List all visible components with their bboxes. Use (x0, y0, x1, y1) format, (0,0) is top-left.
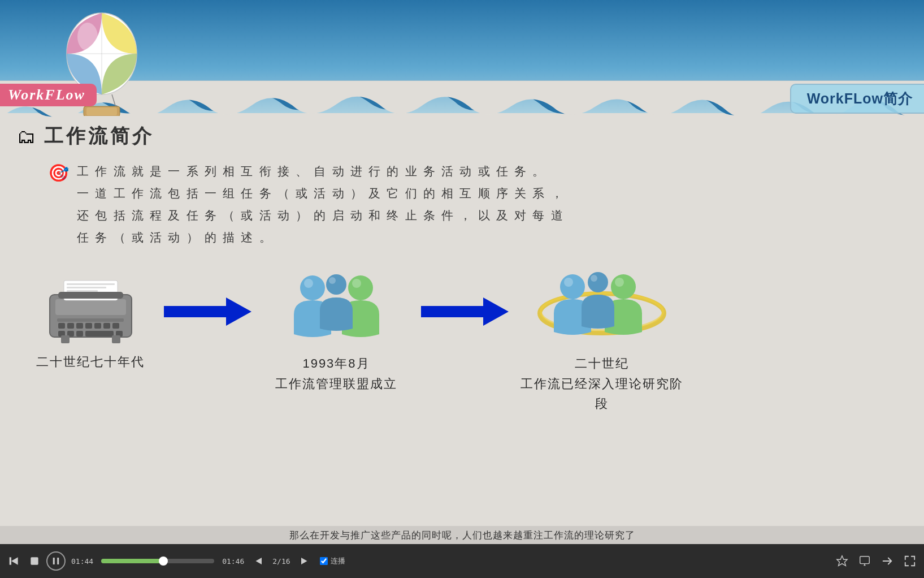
pause-button[interactable] (46, 551, 66, 571)
subtitle-text: 那么在开发与推广这些产品的同时呢，人们也越来越重注工作流的理论研究了 (289, 529, 635, 542)
svg-point-38 (560, 274, 585, 299)
svg-rect-11 (67, 290, 98, 292)
svg-marker-49 (256, 558, 262, 564)
svg-rect-5 (86, 107, 117, 115)
people-icon-2 (534, 266, 670, 346)
autoplay-input[interactable] (320, 557, 328, 565)
timeline-item-2: 1993年8月 工作流管理联盟成立 (263, 266, 410, 393)
progress-fill (101, 559, 163, 563)
workflow-logo-left: WorkFLow (0, 84, 97, 106)
svg-rect-14 (58, 323, 65, 329)
svg-marker-51 (837, 556, 847, 566)
autoplay-checkbox[interactable]: 连播 (320, 556, 345, 566)
workflow-badge-right: WorkFLow简介 (790, 84, 924, 114)
svg-point-29 (300, 275, 325, 300)
svg-rect-13 (57, 318, 124, 322)
section-title: 🗂 工作流简介 (17, 123, 907, 149)
svg-rect-7 (55, 299, 126, 315)
content-area: 🗂 工作流简介 🎯 工 作 流 就 是 一 系 列 相 互 衔 接 、 自 动 … (17, 123, 907, 413)
svg-line-3 (112, 94, 116, 107)
svg-point-33 (352, 279, 361, 288)
arrow-2 (421, 266, 509, 326)
stop-button[interactable] (26, 553, 43, 570)
svg-rect-17 (85, 323, 92, 329)
svg-rect-16 (76, 323, 83, 329)
svg-point-41 (564, 278, 573, 287)
progress-bar[interactable] (101, 559, 214, 563)
timeline-label-3: 二十世纪 工作流已经深入理论研究阶段 (520, 353, 684, 413)
prev-button[interactable] (250, 553, 267, 570)
right-controls (834, 553, 918, 570)
svg-point-42 (615, 278, 624, 287)
subtitle-bar: 那么在开发与推广这些产品的同时呢，人们也越来越重注工作流的理论研究了 (0, 526, 924, 544)
star-button[interactable] (834, 553, 851, 570)
svg-marker-28 (164, 297, 251, 326)
autoplay-label: 连播 (331, 556, 345, 566)
svg-rect-20 (112, 323, 119, 329)
svg-rect-47 (53, 558, 55, 564)
progress-handle (159, 557, 168, 566)
svg-rect-52 (860, 557, 870, 564)
svg-rect-10 (67, 287, 106, 288)
section-heading: 工作流简介 (44, 123, 154, 149)
prev-page-button[interactable] (6, 553, 23, 570)
svg-rect-19 (103, 323, 110, 329)
next-button[interactable] (296, 553, 313, 570)
timeline-item-1: 二十世纪七十年代 (28, 266, 153, 370)
fullscreen-button[interactable] (901, 553, 918, 570)
description-block: 🎯 工 作 流 就 是 一 系 列 相 互 衔 接 、 自 动 进 行 的 业 … (48, 161, 907, 248)
svg-rect-48 (57, 558, 59, 564)
svg-rect-26 (61, 335, 70, 343)
desc-line2: 一 道 工 作 流 包 括 一 组 任 务 （ 或 活 动 ） 及 它 们 的 … (77, 183, 565, 205)
svg-marker-50 (301, 558, 307, 564)
svg-rect-15 (67, 323, 74, 329)
svg-marker-45 (11, 557, 18, 564)
timeline: 二十世纪七十年代 (28, 266, 907, 413)
unknown-btn[interactable] (856, 553, 873, 570)
svg-rect-44 (10, 557, 11, 564)
typewriter-icon (41, 266, 140, 346)
svg-point-43 (591, 275, 597, 282)
svg-rect-18 (94, 323, 101, 329)
desc-line4: 任 务 （ 或 活 动 ） 的 描 述 。 (77, 227, 565, 249)
svg-rect-24 (85, 331, 114, 337)
svg-rect-12 (58, 292, 123, 299)
arrow-1 (164, 266, 251, 326)
time-current: 01:44 (71, 557, 93, 566)
svg-rect-27 (112, 335, 120, 343)
svg-point-39 (611, 274, 636, 299)
desc-line3: 还 包 括 流 程 及 任 务 （ 或 活 动 ） 的 启 动 和 终 止 条 … (77, 205, 565, 227)
svg-point-1 (77, 23, 98, 51)
svg-point-34 (329, 277, 336, 284)
svg-point-30 (348, 275, 373, 300)
time-total: 01:46 (222, 557, 244, 566)
desc-text-block: 工 作 流 就 是 一 系 列 相 互 衔 接 、 自 动 进 行 的 业 务 … (77, 161, 565, 248)
desc-spiral-icon: 🎯 (48, 163, 69, 183)
svg-rect-46 (31, 557, 38, 564)
svg-point-32 (304, 279, 313, 288)
timeline-label-1: 二十世纪七十年代 (36, 353, 145, 370)
svg-rect-9 (67, 283, 115, 285)
svg-point-40 (588, 272, 608, 292)
svg-rect-23 (76, 331, 83, 337)
people-icon-1 (276, 266, 397, 346)
page-number: 2/16 (272, 557, 290, 566)
desc-line1: 工 作 流 就 是 一 系 列 相 互 衔 接 、 自 动 进 行 的 业 务 … (77, 161, 565, 183)
timeline-item-3: 二十世纪 工作流已经深入理论研究阶段 (520, 266, 684, 413)
control-bar: 01:44 01:46 2/16 连播 (0, 544, 924, 578)
timeline-label-2: 1993年8月 工作流管理联盟成立 (275, 353, 397, 393)
svg-marker-35 (421, 297, 509, 326)
folder-icon: 🗂 (17, 126, 36, 148)
share-button[interactable] (879, 553, 896, 570)
svg-point-31 (326, 274, 346, 295)
